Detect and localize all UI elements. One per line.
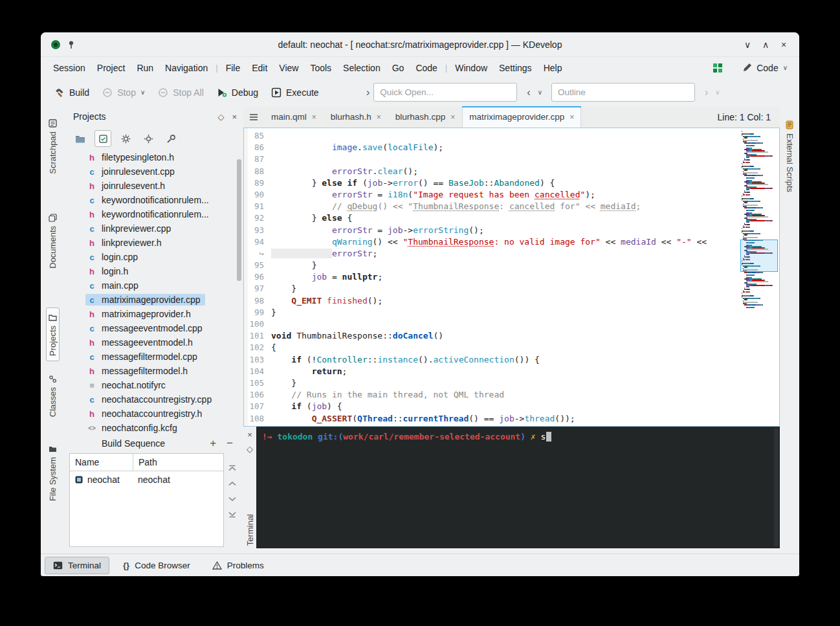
execute-button[interactable]: Execute [265, 83, 325, 102]
tree-item[interactable]: hkeywordnotificationrulem... [64, 207, 243, 221]
tree-item[interactable]: ≡neochat.notifyrc [64, 378, 243, 392]
minimap[interactable] [740, 129, 778, 425]
menu-edit[interactable]: Edit [246, 60, 273, 76]
configure-button[interactable] [162, 130, 179, 147]
prompt-segment: git:( [318, 432, 343, 442]
add-to-build-sequence-button[interactable]: + [210, 437, 216, 450]
close-tab-icon[interactable]: × [450, 113, 455, 122]
menu-view[interactable]: View [273, 60, 304, 76]
menu-run[interactable]: Run [131, 60, 159, 76]
code-line: 88 errorStr.clear(); [244, 166, 779, 177]
remove-from-build-sequence-button[interactable]: − [227, 437, 233, 450]
statusbar-tab-problems[interactable]: Problems [204, 557, 272, 574]
move-down-icon[interactable] [227, 495, 238, 504]
menu-code[interactable]: Code [410, 60, 443, 76]
build-button[interactable] [117, 130, 134, 147]
menu-navigation[interactable]: Navigation [159, 60, 214, 76]
debug-button[interactable]: Debug [211, 83, 264, 102]
build-button[interactable]: Build [49, 83, 95, 102]
tree-item[interactable]: ckeywordnotificationrulem... [64, 193, 243, 207]
sidebar-tab-documents[interactable]: Documents [47, 208, 59, 274]
tree-item[interactable]: cmessagefiltermodel.cpp [64, 350, 243, 364]
menu-selection[interactable]: Selection [337, 60, 386, 76]
statusbar-tab-code-browser[interactable]: {}Code Browser [115, 557, 199, 574]
sidebar-tab-external-scripts[interactable]: External Scripts [784, 115, 796, 197]
maximize-button[interactable]: ∧ [759, 38, 772, 51]
pin-icon[interactable] [67, 40, 76, 49]
menu-project[interactable]: Project [91, 60, 131, 76]
move-up-icon[interactable] [227, 479, 238, 488]
close-tab-icon[interactable]: × [377, 113, 381, 122]
close-button[interactable]: × [777, 38, 790, 51]
tree-item[interactable]: hjoinrulesevent.h [64, 179, 243, 193]
outline-input[interactable] [551, 83, 695, 102]
tree-item[interactable]: cmatriximageprovider.cpp [64, 293, 243, 307]
open-project-button[interactable] [72, 130, 89, 147]
document-list-icon[interactable] [243, 106, 264, 128]
menu-tools[interactable]: Tools [304, 60, 337, 76]
minimap-viewport[interactable] [740, 240, 778, 272]
stop-all-button[interactable]: Stop All [152, 83, 209, 102]
nav-forward-dropdown-icon[interactable]: ∨ [713, 89, 722, 96]
tree-item[interactable]: clogin.cpp [64, 250, 243, 264]
project-file-tree[interactable]: hfiletypesingleton.hcjoinrulesevent.cpph… [64, 150, 243, 434]
float-toolview-icon[interactable]: ◇ [217, 112, 224, 122]
editor-tab-main-qml[interactable]: main.qml× [264, 106, 324, 128]
stop-button[interactable]: Stop∨ [96, 83, 151, 102]
editor-tab-matriximageprovider-cpp[interactable]: matriximageprovider.cpp× [462, 106, 581, 128]
sidebar-tab-scratchpad[interactable]: Scratchpad [47, 114, 59, 179]
tree-item[interactable]: hlinkpreviewer.h [64, 236, 243, 250]
toolbar-button-label: Build [69, 87, 89, 98]
build-sequence-row[interactable]: neochatneochat [70, 471, 223, 488]
tree-item[interactable]: hneochataccountregistry.h [64, 407, 243, 421]
tree-item[interactable]: hlogin.h [64, 264, 243, 278]
area-switcher-button[interactable]: Code ∨ [742, 63, 788, 73]
move-to-top-icon[interactable] [227, 464, 238, 473]
titlebar[interactable]: default: neochat - [ neochat:src/matrixi… [41, 32, 799, 57]
build-sequence-table[interactable]: Name Path neochatneochat [69, 453, 224, 547]
toolbar-expander-icon[interactable]: › [362, 86, 374, 99]
quick-open-input[interactable] [373, 83, 517, 102]
nav-dropdown-icon[interactable]: ∨ [535, 89, 545, 96]
tree-scrollbar[interactable] [237, 159, 241, 281]
editor-tab-blurhash-h[interactable]: blurhash.h× [324, 106, 388, 128]
terminal-scrollbar[interactable] [774, 428, 779, 547]
tree-item[interactable]: hmessageeventmodel.h [64, 335, 243, 350]
tree-item[interactable]: clinkpreviewer.cpp [64, 221, 243, 236]
terminal[interactable]: !→ tokodon git:(work/carl/remember-selec… [256, 427, 780, 548]
sidebar-tab-classes[interactable]: Classes [47, 370, 59, 422]
sidebar-tab-file-system[interactable]: File System [47, 440, 59, 506]
statusbar-tab-terminal[interactable]: Terminal [45, 557, 109, 574]
move-to-bottom-icon[interactable] [227, 510, 238, 519]
float-terminal-icon[interactable]: ◇ [247, 444, 253, 454]
close-tab-icon[interactable]: × [569, 113, 574, 122]
menu-file[interactable]: File [220, 60, 247, 76]
nav-back-icon[interactable]: ‹ [522, 87, 535, 98]
close-terminal-icon[interactable]: × [247, 430, 252, 440]
nav-forward-icon[interactable]: › [700, 87, 713, 98]
menu-settings[interactable]: Settings [493, 60, 538, 76]
tree-item[interactable]: hmessagefiltermodel.h [64, 364, 243, 378]
area-grid-icon[interactable] [713, 63, 723, 73]
minimize-button[interactable]: ∨ [741, 38, 754, 51]
tree-item[interactable]: cjoinrulesevent.cpp [64, 164, 243, 179]
tree-item[interactable]: <>neochatconfig.kcfg [64, 421, 243, 434]
select-item-button[interactable] [94, 130, 111, 147]
menu-go[interactable]: Go [386, 60, 410, 76]
tree-item[interactable]: cmain.cpp [64, 278, 243, 293]
tree-item[interactable]: cmessageeventmodel.cpp [64, 321, 243, 335]
menu-session[interactable]: Session [47, 60, 91, 76]
column-header-path[interactable]: Path [133, 454, 157, 471]
sidebar-tab-projects[interactable]: Projects [46, 307, 60, 362]
tree-item[interactable]: cneochataccountregistry.cpp [64, 392, 243, 407]
menu-window[interactable]: Window [449, 60, 493, 76]
close-toolview-icon[interactable]: × [232, 112, 237, 122]
tree-item[interactable]: hmatriximageprovider.h [64, 307, 243, 321]
column-header-name[interactable]: Name [70, 454, 133, 471]
close-tab-icon[interactable]: × [312, 113, 316, 122]
install-button[interactable] [140, 130, 157, 147]
editor-tab-blurhash-cpp[interactable]: blurhash.cpp× [388, 106, 462, 128]
menu-help[interactable]: Help [538, 60, 568, 76]
code-editor[interactable]: 8586 image.save(localFile);8788 errorStr… [243, 128, 780, 427]
tree-item[interactable]: hfiletypesingleton.h [64, 150, 243, 164]
